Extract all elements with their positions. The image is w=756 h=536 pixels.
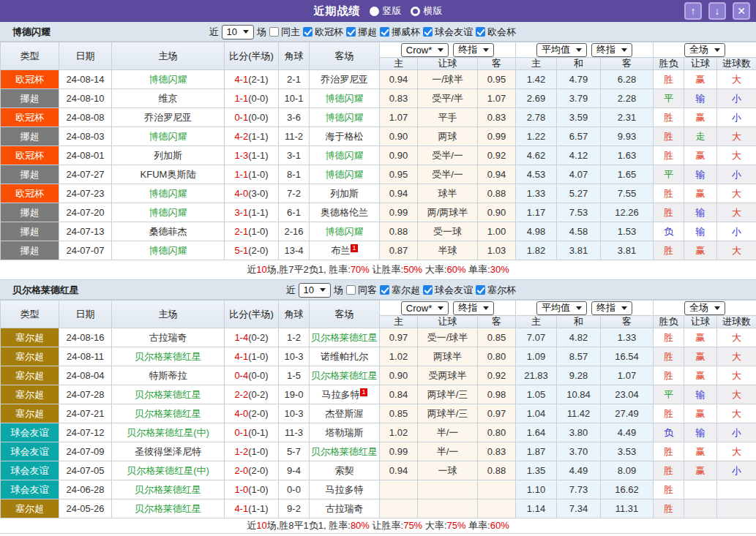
avg-stage-select[interactable]: 终指 [591, 301, 632, 315]
away-team-name: 奥德格伦兰 [321, 207, 368, 218]
europe-away-odds: 1.53 [601, 222, 654, 241]
odds-stage-select[interactable]: 终指 [453, 43, 494, 57]
avg-type-select[interactable]: 平均值 [536, 43, 587, 57]
away-team-name: 马拉多特 [326, 484, 364, 495]
same-venue-checkbox[interactable]: 同客 [346, 284, 377, 297]
league-filter-checkbox[interactable]: 塞尔杯 [476, 284, 516, 297]
recent-count-select[interactable]: 10 [299, 283, 331, 298]
away-team-cell: 贝尔格莱德红星 [310, 442, 380, 461]
recent-count-select[interactable]: 10 [222, 25, 254, 39]
scroll-down-button[interactable]: ↓ [708, 2, 726, 20]
half-time-score: (2-0) [248, 465, 268, 476]
score-cell: 0-4(0-0) [225, 366, 279, 385]
half-time-score: (1-1) [248, 131, 268, 142]
away-team-cell: 海于格松 [310, 127, 380, 146]
avg-stage-select[interactable]: 终指 [591, 43, 632, 57]
handicap-away-odds: 0.92 [478, 146, 516, 165]
odds-company-select[interactable]: Crow* [401, 43, 449, 57]
europe-away-odds: 2.28 [601, 89, 654, 108]
full-time-score: 0-1 [234, 427, 248, 438]
europe-away-odds: 23.04 [601, 385, 654, 404]
away-team-name: 古拉瑞奇 [326, 503, 364, 514]
chevron-down-icon [714, 48, 720, 52]
match-row: 挪超24-07-27KFUM奥斯陆1-1(1-0)8-1博德闪耀0.95受半/一… [1, 165, 756, 184]
league-filter-checkbox[interactable]: 塞尔超 [380, 284, 420, 297]
odds-stage-select[interactable]: 终指 [453, 301, 494, 315]
result-goals: 大 [717, 442, 756, 461]
handicap-home-odds: 0.99 [380, 203, 418, 222]
europe-away-odds: 6.28 [601, 70, 654, 89]
layout-radio-horizontal[interactable]: 横版 [411, 4, 443, 18]
handicap-line: 两球 [418, 127, 478, 146]
layout-radio-vertical[interactable]: 竖版 [370, 4, 402, 18]
league-badge: 欧冠杯 [1, 70, 59, 89]
away-team-cell: 诺维帕扎尔 [310, 347, 380, 366]
corner-cell: 1-2 [279, 328, 310, 347]
subcol-europe-home: 主 [516, 316, 557, 328]
same-venue-checkbox[interactable]: 同主 [269, 26, 300, 39]
full-time-score: 4-0 [234, 188, 248, 199]
match-date: 24-07-20 [59, 203, 112, 222]
subcol-europe-home: 主 [516, 58, 557, 70]
league-badge: 塞尔超 [1, 385, 59, 404]
match-date: 24-08-11 [59, 347, 112, 366]
europe-select-cell: 平均值 终指 [516, 42, 654, 58]
corner-cell: 9-4 [279, 461, 310, 480]
result-handicap: 赢 [684, 184, 717, 203]
result-outcome: 胜 [654, 127, 684, 146]
home-team-name: 贝尔格莱德红星(中) [127, 427, 209, 438]
home-team-cell: 博德闪耀 [112, 127, 225, 146]
league-filter-label: 欧冠杯 [315, 26, 343, 39]
handicap-line [418, 480, 478, 499]
handicap-away-odds: 0.97 [478, 404, 516, 423]
league-filter-checkbox[interactable]: 挪超 [346, 26, 377, 39]
away-team-name: 乔治罗尼亚 [321, 74, 368, 85]
away-team-name: 贝尔格莱德红星 [311, 370, 378, 381]
odds-company-select[interactable]: Crow* [401, 301, 449, 315]
league-filter-checkbox[interactable]: 球会友谊 [423, 26, 473, 39]
result-goals: 大 [717, 347, 756, 366]
score-cell: 2-2(0-2) [225, 385, 279, 404]
avg-type-select[interactable]: 平均值 [536, 301, 587, 315]
league-badge: 欧冠杯 [1, 108, 59, 127]
home-team-name: 博德闪耀 [149, 131, 187, 142]
result-handicap [684, 480, 717, 499]
handicap-home-odds: 0.97 [380, 328, 418, 347]
scope-select[interactable]: 全场 [684, 301, 725, 315]
europe-draw-odds: 3.70 [557, 442, 601, 461]
handicap-line: 受半/一 [418, 146, 478, 165]
europe-draw-odds: 7.53 [557, 203, 601, 222]
result-handicap [684, 499, 717, 518]
match-date: 24-08-01 [59, 146, 112, 165]
half-time-score: (0-0) [248, 370, 268, 381]
summary-stat-value: 70% [351, 264, 370, 275]
recent-count-value: 10 [227, 26, 237, 37]
europe-home-odds: 2.69 [516, 89, 557, 108]
europe-home-odds: 4.62 [516, 146, 557, 165]
league-filter-checkbox[interactable]: 挪威杯 [380, 26, 420, 39]
home-team-cell: 乔治罗尼亚 [112, 108, 225, 127]
score-cell: 1-1(0-0) [225, 89, 279, 108]
team-name: 贝尔格莱德红星 [12, 280, 79, 300]
league-filter-checkbox[interactable]: 欧会杯 [476, 26, 516, 39]
scope-value: 全场 [689, 43, 708, 56]
summary-text: 大率: [422, 264, 446, 275]
league-filter-checkbox[interactable]: 欧冠杯 [303, 26, 343, 39]
corner-cell: 10-3 [279, 347, 310, 366]
summary-stat-value: 50% [403, 264, 422, 275]
result-handicap: 输 [684, 165, 717, 184]
handicap-away-odds [478, 480, 516, 499]
close-button[interactable]: ✕ [733, 2, 750, 20]
result-outcome: 胜 [654, 499, 684, 518]
result-outcome: 负 [654, 222, 684, 241]
result-outcome: 平 [654, 385, 684, 404]
scroll-up-button[interactable]: ↑ [684, 2, 702, 20]
europe-home-odds: 1.82 [516, 241, 557, 260]
league-filter-label: 挪威杯 [392, 26, 420, 39]
scope-select[interactable]: 全场 [684, 43, 725, 57]
away-team-name: 塔勒瑞斯 [326, 427, 364, 438]
league-badge: 挪超 [1, 89, 59, 108]
match-date: 24-07-23 [59, 184, 112, 203]
league-filter-checkbox[interactable]: 球会友谊 [423, 284, 473, 297]
summary-stat-value: 60% [446, 264, 465, 275]
